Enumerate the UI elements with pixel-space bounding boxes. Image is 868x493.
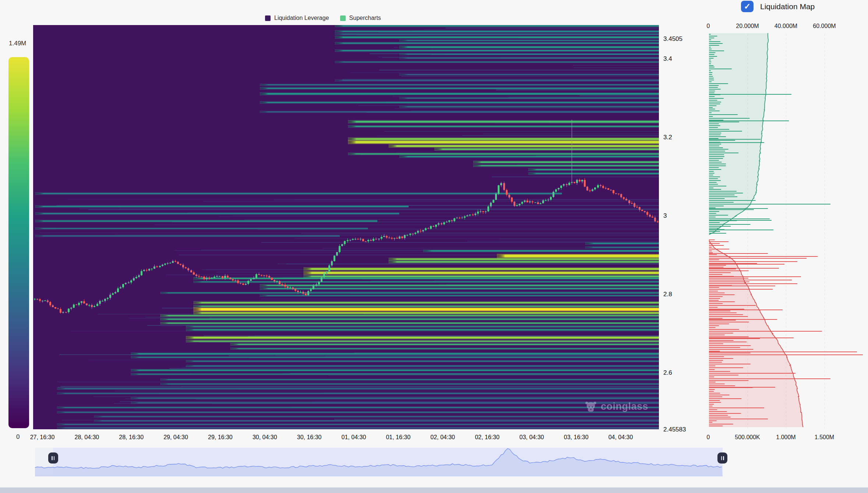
pause-icon xyxy=(52,456,53,460)
price-tick-label: 3.2 xyxy=(663,134,672,141)
legend-item-liquidation-leverage[interactable]: Liquidation Leverage xyxy=(265,15,329,21)
liquidation-map-title: Liquidation Map xyxy=(760,2,815,11)
liquidation-heatmap-page: Liquidation Leverage Supercharts 1.49M 0… xyxy=(0,0,868,493)
bar-value-tick-label: 0 xyxy=(707,434,710,441)
time-tick-label: 02, 04:30 xyxy=(430,434,455,441)
liquidation-map-header: ✓ Liquidation Map xyxy=(741,1,815,12)
colorbar-max-label: 1.49M xyxy=(9,40,26,47)
time-tick-label: 01, 16:30 xyxy=(386,434,410,441)
pause-icon xyxy=(723,456,724,460)
colorbar-gradient xyxy=(8,57,29,428)
colorbar-min-label: 0 xyxy=(16,433,20,441)
price-tick-label: 2.45583 xyxy=(663,426,686,433)
liquidation-map-canvas[interactable] xyxy=(709,33,868,429)
legend-item-supercharts[interactable]: Supercharts xyxy=(340,15,381,21)
time-tick-label: 27, 16:30 xyxy=(30,434,55,441)
time-tick-label: 01, 04:30 xyxy=(342,434,366,441)
liquidation-map-checkbox[interactable]: ✓ xyxy=(741,1,754,12)
cumulative-tick-label: 0 xyxy=(707,23,710,29)
bar-value-tick-label: 1.500M xyxy=(815,434,834,441)
bottom-scrollbar[interactable] xyxy=(0,487,868,493)
legend-swatch-supercharts xyxy=(340,15,346,21)
time-tick-label: 30, 04:30 xyxy=(253,434,277,441)
time-tick-label: 04, 04:30 xyxy=(608,434,633,441)
navigator-left-handle[interactable] xyxy=(48,452,58,464)
cumulative-tick-label: 60.000M xyxy=(813,23,836,29)
time-tick-label: 29, 04:30 xyxy=(163,434,188,441)
liquidation-heatmap-canvas[interactable] xyxy=(33,25,659,429)
price-tick-label: 3.4505 xyxy=(663,35,682,43)
time-tick-label: 30, 16:30 xyxy=(297,434,322,441)
bar-value-tick-label: 1.000M xyxy=(776,434,795,441)
price-tick-label: 3 xyxy=(663,212,667,220)
cumulative-tick-label: 40.000M xyxy=(775,23,797,29)
legend-swatch-liquidation-leverage xyxy=(265,15,271,21)
bar-value-tick-label: 500.000K xyxy=(735,434,760,441)
time-tick-label: 29, 16:30 xyxy=(208,434,233,441)
legend-label-supercharts: Supercharts xyxy=(349,15,381,21)
price-tick-label: 2.6 xyxy=(663,369,672,377)
time-tick-label: 03, 16:30 xyxy=(564,434,589,441)
time-tick-label: 02, 16:30 xyxy=(475,434,500,441)
cumulative-tick-label: 20.000M xyxy=(736,23,759,29)
legend-label-liquidation-leverage: Liquidation Leverage xyxy=(274,15,329,21)
pause-icon xyxy=(721,456,722,460)
price-tick-label: 2.8 xyxy=(663,291,672,298)
navigator-right-handle[interactable] xyxy=(717,452,727,464)
time-tick-label: 03, 04:30 xyxy=(519,434,544,441)
timeline-navigator[interactable] xyxy=(35,448,723,476)
time-tick-label: 28, 16:30 xyxy=(119,434,144,441)
price-tick-label: 3.4 xyxy=(663,55,672,63)
pause-icon xyxy=(54,456,55,460)
time-tick-label: 28, 04:30 xyxy=(74,434,99,441)
chart-legend: Liquidation Leverage Supercharts xyxy=(265,15,381,21)
